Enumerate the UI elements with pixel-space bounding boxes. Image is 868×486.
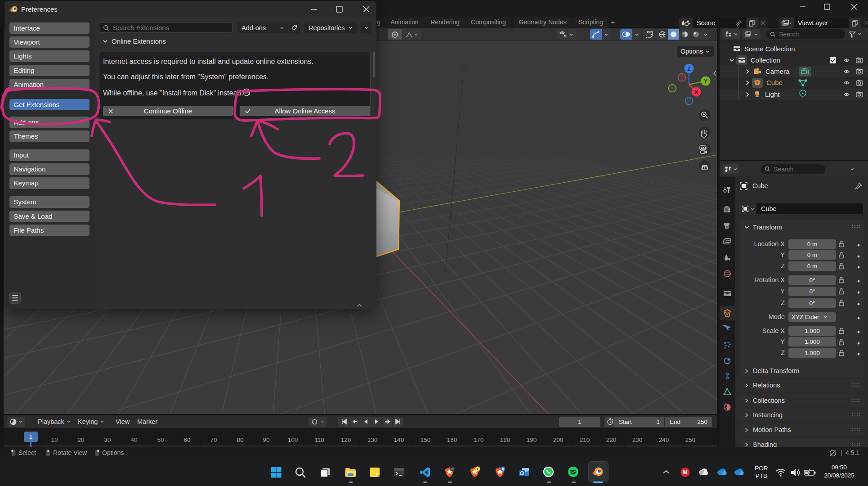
svg-text:M: M bbox=[683, 469, 688, 476]
svg-text:Z: Z bbox=[687, 66, 690, 72]
svg-text:X: X bbox=[694, 89, 698, 95]
svg-text:Y: Y bbox=[704, 78, 707, 85]
